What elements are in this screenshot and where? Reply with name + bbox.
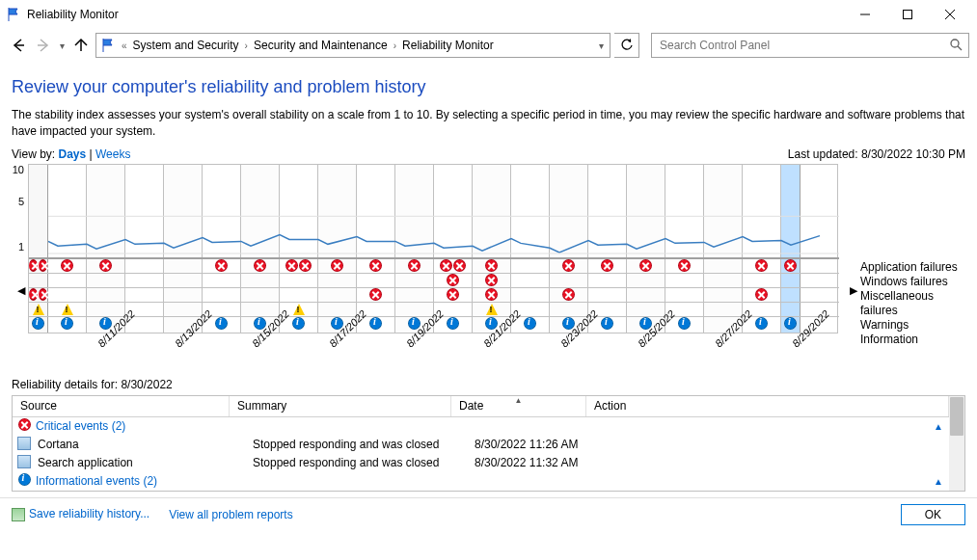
detail-row[interactable]: Cortana Stopped responding and was close… (13, 436, 949, 454)
nav-forward-button (33, 35, 54, 56)
legend-warnings: Warnings (860, 318, 965, 333)
chevron-left-icon: « (120, 40, 129, 51)
chevron-right-icon: › (392, 40, 398, 51)
ok-button[interactable]: OK (901, 504, 965, 525)
legend-windows-failures: Windows failures (860, 275, 965, 289)
search-box[interactable] (651, 33, 969, 58)
nav-up-button[interactable] (70, 35, 92, 56)
nav-back-button[interactable] (8, 35, 29, 56)
legend-application-failures: Application failures (860, 260, 965, 275)
legend-information: Information (860, 333, 965, 347)
detail-row[interactable]: Search application Stopped responding an… (13, 454, 949, 472)
details-panel: Source Summary ▲Date Action Critical eve… (12, 395, 965, 492)
col-summary[interactable]: Summary (230, 396, 451, 416)
details-scrollbar[interactable] (949, 396, 964, 491)
view-all-reports-link[interactable]: View all problem reports (169, 508, 293, 521)
details-column-headers: Source Summary ▲Date Action (13, 396, 949, 417)
chevron-right-icon: › (243, 40, 250, 51)
svg-point-7 (951, 40, 959, 47)
chart-scroll-left[interactable]: ◀ (17, 284, 25, 297)
col-source[interactable]: Source (13, 396, 230, 416)
content-area: Review your computer's reliability and p… (0, 62, 977, 492)
app-icon (17, 437, 31, 450)
collapse-icon[interactable]: ▲ (934, 476, 943, 487)
sort-indicator-icon: ▲ (515, 396, 523, 405)
reliability-chart: 10 5 1 ◀ ▶ 8/11/20228/13/20228/15/20228/… (12, 164, 965, 372)
search-icon[interactable] (949, 38, 963, 54)
footer-bar: Save reliability history... View all pro… (0, 497, 977, 531)
info-icon (18, 473, 31, 486)
refresh-button[interactable] (614, 33, 639, 58)
group-informational-events[interactable]: Informational events (2) ▲ (13, 472, 949, 491)
chart-scroll-right[interactable]: ▶ (850, 284, 857, 297)
scrollbar-thumb[interactable] (950, 397, 963, 436)
breadcrumb-security-maintenance[interactable]: Security and Maintenance (250, 39, 392, 52)
breadcrumb-reliability-monitor[interactable]: Reliability Monitor (398, 39, 498, 52)
chart-legend: Application failures Windows failures Mi… (860, 164, 965, 372)
chart-grid[interactable] (28, 164, 838, 333)
view-days-link[interactable]: Days (58, 147, 86, 161)
minimize-button[interactable] (844, 1, 886, 28)
svg-line-8 (958, 46, 962, 50)
address-flag-icon (100, 38, 116, 53)
navigation-bar: ▾ « System and Security › Security and M… (0, 29, 977, 62)
col-date[interactable]: ▲Date (451, 396, 586, 416)
legend-misc-failures: Miscellaneous failures (860, 289, 965, 318)
reliability-flag-icon (6, 7, 21, 22)
window-title: Reliability Monitor (27, 8, 119, 21)
details-header: Reliability details for: 8/30/2022 (12, 372, 965, 395)
collapse-icon[interactable]: ▲ (934, 421, 943, 432)
page-title: Review your computer's reliability and p… (12, 77, 965, 97)
maximize-button[interactable] (886, 1, 929, 28)
save-icon (12, 508, 25, 521)
view-weeks-link[interactable]: Weeks (95, 147, 130, 161)
last-updated-label: Last updated: 8/30/2022 10:30 PM (788, 147, 965, 161)
page-description: The stability index assesses your system… (12, 107, 965, 140)
address-bar[interactable]: « System and Security › Security and Mai… (95, 33, 611, 58)
col-action[interactable]: Action (586, 396, 949, 416)
x-axis: 8/11/20228/13/20228/15/20228/17/20228/19… (47, 333, 838, 372)
breadcrumb-system-security[interactable]: System and Security (129, 39, 243, 52)
search-input[interactable] (658, 38, 949, 53)
view-by-row: View by: Days | Weeks Last updated: 8/30… (12, 147, 965, 161)
view-by-label: View by: (12, 147, 55, 161)
titlebar: Reliability Monitor (0, 0, 977, 29)
svg-rect-1 (904, 11, 912, 19)
save-history-link[interactable]: Save reliability history... (29, 507, 149, 520)
app-icon (17, 455, 31, 468)
close-button[interactable] (929, 1, 971, 28)
address-dropdown-icon[interactable]: ▾ (597, 40, 606, 51)
error-icon (18, 418, 31, 431)
group-critical-events[interactable]: Critical events (2) ▲ (13, 417, 949, 436)
nav-history-dropdown[interactable]: ▾ (58, 40, 67, 51)
